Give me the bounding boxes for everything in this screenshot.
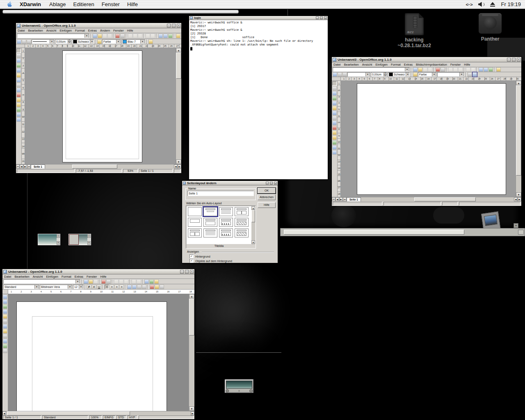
fill-color-combobox[interactable]: ▼ — [437, 72, 464, 77]
lines-arrows-tool-icon[interactable] — [332, 116, 337, 120]
text-tool-icon[interactable] — [16, 58, 21, 63]
objects3d-tool-icon[interactable] — [16, 73, 21, 78]
xterm-close-button[interactable]: × — [324, 16, 327, 19]
scroll-up-icon[interactable]: ▲ — [251, 206, 255, 210]
align-left-icon[interactable]: ≡ — [105, 285, 109, 289]
help-button[interactable]: Hilfe — [258, 202, 276, 208]
line-color-combobox[interactable]: Schwarz ▼ — [72, 39, 94, 44]
ellipse-tool-icon[interactable] — [332, 101, 337, 105]
navigator-icon[interactable] — [479, 67, 483, 72]
impress-horizontal-ruler[interactable]: 1234567891011121314151617181920212223242… — [341, 77, 521, 81]
status-zoom[interactable]: 53% — [123, 169, 138, 173]
layout-option-1[interactable] — [203, 207, 217, 216]
export-pdf-icon[interactable] — [436, 67, 440, 72]
open-icon[interactable] — [418, 67, 422, 72]
load-url-combobox[interactable]: ▼ — [333, 67, 410, 72]
shadow-icon[interactable] — [468, 72, 472, 77]
eject-icon[interactable] — [490, 2, 495, 7]
writer-menu-3[interactable]: Einfügen — [44, 274, 60, 279]
last-page-icon[interactable]: ⏭ — [343, 197, 347, 201]
next-page-icon[interactable]: ▶ — [339, 197, 343, 201]
draw-titlebar[interactable]: Unbenannt1 - OpenOffice.org 1.1.0 – □ × — [16, 23, 181, 28]
page-tab[interactable]: Seite 1 — [31, 164, 45, 169]
arrow-style-icon[interactable] — [27, 39, 31, 44]
scroll-down-icon[interactable]: ▼ — [251, 240, 255, 244]
search-icon[interactable] — [3, 349, 7, 353]
writer-menu-6[interactable]: Fenster — [85, 274, 98, 279]
cut-icon[interactable] — [114, 279, 119, 284]
interaction-tool-icon[interactable] — [332, 145, 337, 150]
teal-widget-1[interactable]: ▲▼ — [38, 234, 60, 245]
layout-option-2[interactable] — [219, 207, 233, 216]
draw-menu-7[interactable]: Fenster — [112, 28, 125, 33]
menubar-clock[interactable]: Fr 19:19 — [501, 1, 521, 7]
writer-vertical-scrollbar[interactable]: ▲ ▼ — [189, 294, 194, 411]
scroll-left-knob[interactable] — [226, 389, 229, 393]
writer-menu-1[interactable]: Bearbeiten — [13, 274, 31, 279]
impress-menu-6[interactable]: Bildschirmpräsentation — [414, 62, 449, 67]
small-gray-button[interactable]: ▾ — [514, 223, 518, 228]
mini-scrollbar[interactable]: ▲▼ — [57, 234, 60, 245]
scroll-up-icon[interactable]: ▲ — [176, 48, 181, 52]
decrease-indent-icon[interactable] — [137, 285, 142, 289]
teal-widget-3[interactable] — [225, 379, 253, 393]
rotate-tool-icon[interactable] — [332, 126, 337, 130]
writer-ruler[interactable]: 123456789101112131415161718 — [8, 290, 194, 294]
form-functions-icon[interactable] — [16, 117, 21, 122]
rectangle-tool-icon[interactable] — [16, 63, 21, 68]
shadow-icon[interactable] — [148, 39, 153, 44]
background-objects-checkbox-row[interactable]: ✓ Objekte auf dem Hintergrund — [189, 259, 232, 263]
save-icon[interactable] — [94, 279, 98, 284]
combo-arrow-icon[interactable]: ▼ — [90, 39, 94, 44]
draw-menu-0[interactable]: Datei — [16, 28, 27, 33]
zoom-icon[interactable] — [163, 34, 168, 38]
edit-file-icon[interactable] — [428, 67, 432, 72]
combo-arrow-icon[interactable]: ▼ — [365, 72, 370, 77]
hscroll-thumb[interactable] — [7, 411, 130, 415]
hscroll-thumb[interactable] — [72, 164, 117, 169]
gallery-icon[interactable] — [488, 67, 493, 72]
select-icon[interactable] — [332, 81, 337, 86]
image-icon[interactable] — [154, 279, 159, 284]
impress-slide[interactable] — [357, 83, 506, 195]
arrange-tool-icon[interactable] — [332, 135, 337, 140]
menubar-menu-editieren[interactable]: Editieren — [70, 1, 98, 7]
writer-close-button[interactable]: × — [190, 270, 194, 274]
edit-points-icon[interactable] — [333, 72, 337, 77]
layout-option-0[interactable] — [188, 207, 202, 216]
line-width-field[interactable]: 0,00cm ▲▼ — [55, 39, 71, 44]
draw-menu-1[interactable]: Bearbeiten — [27, 28, 45, 33]
scroll-down-icon[interactable]: ▼ — [176, 160, 181, 164]
combo-arrow-icon[interactable]: ▼ — [432, 72, 436, 77]
insert-frame-icon[interactable] — [3, 324, 7, 329]
volume-icon[interactable] — [478, 2, 484, 7]
draw-menu-4[interactable]: Format — [73, 28, 87, 33]
mini-scrollbar[interactable]: ▲▼ — [87, 234, 91, 245]
impress-menu-8[interactable]: Hilfe — [462, 62, 472, 67]
rectangle-tool-icon[interactable] — [332, 96, 337, 100]
scroll-right-knob[interactable] — [249, 389, 253, 393]
undo-icon[interactable] — [132, 279, 136, 284]
draw-menu-3[interactable]: Einfügen — [58, 28, 73, 33]
zoom-tool-icon[interactable] — [332, 86, 337, 91]
writer-canvas[interactable] — [8, 294, 189, 411]
increase-indent-icon[interactable] — [142, 285, 146, 289]
impress-close-button[interactable]: × — [517, 58, 520, 62]
scroll-thumb[interactable] — [189, 299, 194, 336]
paint-can-icon[interactable] — [413, 72, 418, 77]
gallery-icon[interactable] — [149, 279, 154, 284]
last-page-icon[interactable]: ⏭ — [27, 164, 31, 169]
status-selection-mode[interactable]: STD — [116, 415, 126, 419]
draw-page[interactable] — [62, 50, 142, 162]
mini-hscrollbar[interactable] — [226, 389, 253, 392]
image-icon[interactable] — [176, 34, 180, 38]
impress-menu-3[interactable]: Einfügen — [374, 62, 389, 67]
scroll-left-icon[interactable]: ◀ — [2, 411, 6, 415]
copy-icon[interactable] — [119, 279, 123, 284]
text-tool-icon[interactable] — [332, 91, 337, 96]
form-controls-icon[interactable] — [3, 309, 7, 314]
scroll-down-icon[interactable]: ▼ — [87, 241, 91, 245]
impress-menu-2[interactable]: Ansicht — [361, 62, 374, 67]
combo-arrow-icon[interactable]: ▼ — [50, 39, 54, 44]
hidden-window-scroll-thumb[interactable] — [284, 230, 464, 235]
